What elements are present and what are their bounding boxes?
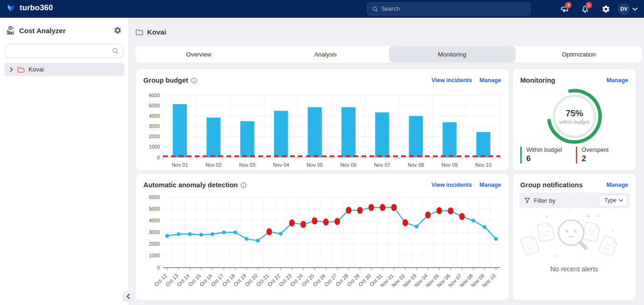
overspent-stat: Overspent 2 bbox=[576, 147, 631, 163]
sidebar: $ Cost Analyzer Kovai bbox=[0, 18, 129, 305]
manage-link[interactable]: Manage bbox=[479, 77, 501, 84]
svg-text:2000: 2000 bbox=[149, 134, 160, 139]
filter-bar: Filter by Type bbox=[519, 192, 630, 208]
tab-optimization[interactable]: Optimization bbox=[516, 46, 642, 63]
svg-text:5000: 5000 bbox=[149, 103, 160, 108]
chevron-left-icon bbox=[126, 294, 130, 299]
svg-text:2000: 2000 bbox=[149, 241, 160, 247]
group-budget-chart: 0100020003000400050006000Nov 01Nov 02Nov… bbox=[136, 85, 509, 171]
notifications-title: Group notifications bbox=[520, 181, 583, 189]
tab-overview[interactable]: Overview bbox=[135, 46, 262, 63]
svg-text:6000: 6000 bbox=[149, 194, 160, 200]
empty-state-text: No recent alerts bbox=[513, 265, 636, 273]
info-icon[interactable] bbox=[241, 182, 247, 188]
svg-text:3000: 3000 bbox=[149, 123, 160, 129]
page: turbo360 3 1 bbox=[0, 0, 644, 305]
anomaly-card: Automatic anomaly detection View inciden… bbox=[135, 173, 509, 300]
svg-text:Nov 06: Nov 06 bbox=[340, 162, 357, 168]
tab-monitoring[interactable]: Monitoring bbox=[389, 46, 516, 63]
breadcrumb-folder-icon bbox=[135, 28, 143, 35]
svg-text:0: 0 bbox=[157, 265, 160, 270]
folder-icon bbox=[17, 66, 25, 73]
svg-text:5000: 5000 bbox=[149, 206, 160, 212]
anomaly-title: Automatic anomaly detection bbox=[143, 181, 247, 189]
brand-name: turbo360 bbox=[20, 3, 53, 12]
turbo360-logo-icon bbox=[7, 4, 15, 12]
group-budget-title: Group budget bbox=[143, 77, 197, 84]
avatar: DV bbox=[618, 3, 630, 15]
cost-analyzer-icon: $ bbox=[6, 26, 15, 35]
svg-text:Nov 09: Nov 09 bbox=[441, 162, 458, 168]
chevron-down-icon bbox=[632, 7, 637, 11]
chevron-down-icon bbox=[619, 199, 623, 202]
topbar-search[interactable] bbox=[367, 2, 531, 15]
search-input[interactable] bbox=[381, 6, 525, 12]
svg-text:4000: 4000 bbox=[149, 218, 160, 223]
svg-text:Nov 04: Nov 04 bbox=[273, 162, 289, 168]
svg-text:Nov 01: Nov 01 bbox=[172, 162, 188, 168]
monitoring-card: Monitoring Manage 75% within budget With… bbox=[512, 69, 636, 170]
info-icon[interactable] bbox=[191, 78, 197, 84]
sidebar-gear-icon[interactable] bbox=[113, 26, 122, 35]
svg-text:4000: 4000 bbox=[149, 113, 160, 119]
sidebar-title: Cost Analyzer bbox=[19, 27, 110, 35]
view-incidents-link[interactable]: View incidents bbox=[432, 77, 472, 84]
group-budget-card: Group budget View incidents Manage 01000… bbox=[135, 69, 509, 170]
no-alerts-illustration bbox=[517, 207, 625, 265]
filter-icon bbox=[524, 197, 531, 204]
svg-text:1000: 1000 bbox=[149, 253, 160, 258]
breadcrumb-label: Kovai bbox=[147, 28, 166, 36]
search-icon bbox=[372, 6, 378, 12]
svg-text:1000: 1000 bbox=[149, 144, 160, 149]
main-content: Kovai Overview Analysis Monitoring Optim… bbox=[129, 18, 644, 305]
sidebar-collapse-button[interactable] bbox=[122, 290, 134, 303]
tree-item-kovai[interactable]: Kovai bbox=[4, 63, 124, 76]
svg-text:Nov 07: Nov 07 bbox=[374, 162, 390, 168]
chevron-right-icon bbox=[9, 67, 14, 72]
anomaly-chart: 0100020003000400050006000Oct 12Oct 13Oct… bbox=[136, 190, 509, 302]
notifications-manage-link[interactable]: Manage bbox=[606, 182, 628, 188]
donut-percent: 75% bbox=[566, 108, 583, 119]
sidebar-search-icon bbox=[112, 48, 119, 54]
announcements-button[interactable]: 3 bbox=[554, 0, 575, 18]
user-menu[interactable]: DV bbox=[616, 3, 644, 15]
tree-item-label: Kovai bbox=[28, 66, 44, 73]
notifications-badge: 1 bbox=[586, 2, 592, 8]
tabs: Overview Analysis Monitoring Optimizatio… bbox=[135, 46, 642, 63]
anomaly-view-incidents-link[interactable]: View incidents bbox=[432, 182, 472, 188]
svg-text:0: 0 bbox=[157, 155, 160, 160]
notifications-button[interactable]: 1 bbox=[575, 0, 595, 18]
svg-text:$: $ bbox=[9, 26, 11, 30]
filter-label: Filter by bbox=[534, 197, 600, 204]
svg-text:Nov 08: Nov 08 bbox=[408, 162, 424, 168]
budget-donut-chart: 75% within budget bbox=[539, 81, 609, 153]
monitoring-manage-link[interactable]: Manage bbox=[606, 77, 628, 84]
svg-text:Nov 05: Nov 05 bbox=[306, 162, 323, 168]
breadcrumb: Kovai bbox=[135, 28, 166, 36]
type-dropdown[interactable]: Type bbox=[600, 195, 628, 206]
announcements-badge: 3 bbox=[565, 2, 572, 8]
sidebar-search[interactable] bbox=[5, 44, 123, 58]
settings-button[interactable] bbox=[595, 0, 616, 18]
svg-text:Nov 02: Nov 02 bbox=[205, 162, 222, 168]
sidebar-search-input[interactable] bbox=[10, 48, 112, 54]
svg-text:Nov 10: Nov 10 bbox=[475, 162, 491, 168]
within-budget-stat: Within budget 6 bbox=[520, 147, 576, 163]
tab-analysis[interactable]: Analysis bbox=[262, 46, 389, 63]
svg-text:3000: 3000 bbox=[149, 229, 160, 235]
donut-caption: within budget bbox=[559, 119, 590, 125]
anomaly-manage-link[interactable]: Manage bbox=[479, 182, 501, 188]
svg-text:6000: 6000 bbox=[149, 92, 160, 98]
topbar: turbo360 3 1 bbox=[0, 0, 644, 18]
brand[interactable]: turbo360 bbox=[7, 3, 53, 12]
group-notifications-card: Group notifications Manage Filter by Typ… bbox=[512, 173, 636, 300]
svg-text:Nov 03: Nov 03 bbox=[239, 162, 255, 168]
gear-icon bbox=[602, 5, 610, 14]
